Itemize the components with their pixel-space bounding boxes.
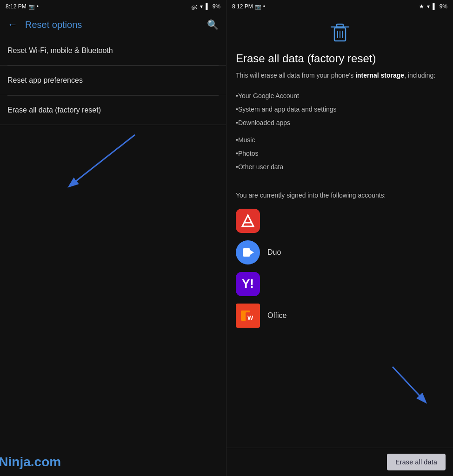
data-items-list: •Your Google Account •System and app dat… — [236, 89, 444, 174]
right-camera-icon: 📷 — [255, 4, 261, 10]
account-office: W Office — [236, 304, 444, 328]
right-content: Erase all data (factory reset) This will… — [226, 13, 453, 448]
back-button[interactable]: ← — [7, 19, 18, 31]
annotation-arrow-right — [383, 362, 439, 410]
right-wifi-icon: ▾ — [427, 3, 430, 10]
desc-bold: internal storage — [355, 72, 404, 79]
left-time: 8:12 PM 📷 • — [6, 3, 39, 10]
right-arrow-svg — [383, 362, 439, 409]
left-arrow-svg — [60, 130, 144, 195]
left-status-bar: 8:12 PM 📷 • ௐ; ▾ ▌ 9% — [0, 0, 226, 13]
desc-end: , including: — [404, 72, 435, 79]
svg-rect-10 — [243, 248, 250, 257]
right-time-text: 8:12 PM — [232, 3, 253, 10]
accounts-text: You are currently signed into the follow… — [236, 182, 444, 200]
erase-all-data-button[interactable]: Erase all data — [387, 454, 446, 470]
camera-icon: 📷 — [28, 4, 35, 10]
left-header: ← Reset options 🔍 — [0, 13, 226, 36]
left-panel: 8:12 PM 📷 • ௐ; ▾ ▌ 9% ← Reset options 🔍 — [0, 0, 226, 476]
account-duo: Duo — [236, 240, 444, 264]
svg-line-16 — [393, 367, 425, 402]
desc-start: This will erase all data from your phone… — [236, 72, 355, 79]
yahoo-icon: Y! — [236, 272, 260, 296]
list-item: •Your Google Account — [236, 89, 444, 103]
svg-line-1 — [70, 135, 135, 186]
erase-title: Erase all data (factory reset) — [236, 51, 444, 66]
list-item: •System and app data and settings — [236, 103, 444, 116]
office-label: Office — [267, 311, 287, 320]
page-title: Reset options — [25, 20, 200, 30]
account-adobe — [236, 209, 444, 233]
office-icon: W — [236, 304, 260, 328]
right-dot: • — [263, 3, 265, 10]
menu-item-erase-all[interactable]: Erase all data (factory reset) — [0, 96, 226, 125]
menu-item-app-preferences[interactable]: Reset app preferences — [0, 66, 226, 95]
svg-rect-4 — [337, 24, 343, 27]
svg-text:W: W — [247, 314, 253, 321]
battery-text: 9% — [213, 3, 220, 10]
right-time: 8:12 PM 📷 • — [232, 3, 265, 10]
right-panel: 8:12 PM 📷 • ★ ▾ ▌ 9% — [226, 0, 453, 476]
list-item: •Other user data — [236, 160, 444, 174]
search-icon[interactable]: 🔍 — [207, 19, 219, 30]
duo-label: Duo — [267, 248, 281, 257]
annotation-arrow-left — [60, 130, 144, 197]
list-item: •Photos — [236, 147, 444, 160]
list-item: •Downloaded apps — [236, 116, 444, 130]
wifi-icon: ▾ — [200, 3, 203, 10]
adobe-icon — [236, 209, 260, 233]
right-bluetooth-icon: ★ — [419, 3, 424, 10]
duo-icon — [236, 240, 260, 264]
bluetooth-icon: ௐ; — [192, 3, 197, 10]
right-status-bar: 8:12 PM 📷 • ★ ▾ ▌ 9% — [226, 0, 453, 13]
list-item: •Music — [236, 130, 444, 147]
left-time-text: 8:12 PM — [6, 3, 27, 10]
left-status-icons: ௐ; ▾ ▌ 9% — [192, 3, 220, 10]
right-signal-icon: ▌ — [433, 3, 437, 10]
signal-icon: ▌ — [206, 3, 210, 10]
erase-description: This will erase all data from your phone… — [236, 70, 444, 80]
right-status-icons: ★ ▾ ▌ 9% — [419, 3, 447, 10]
trash-icon-container — [236, 22, 444, 45]
trash-icon — [331, 22, 349, 43]
svg-marker-8 — [242, 215, 253, 226]
bottom-action-bar: Erase all data — [226, 448, 453, 476]
menu-item-wifi[interactable]: Reset Wi-Fi, mobile & Bluetooth — [0, 36, 226, 66]
svg-marker-11 — [250, 250, 254, 255]
dot-indicator: • — [37, 3, 39, 10]
right-battery-text: 9% — [440, 3, 447, 10]
account-yahoo: Y! — [236, 272, 444, 296]
